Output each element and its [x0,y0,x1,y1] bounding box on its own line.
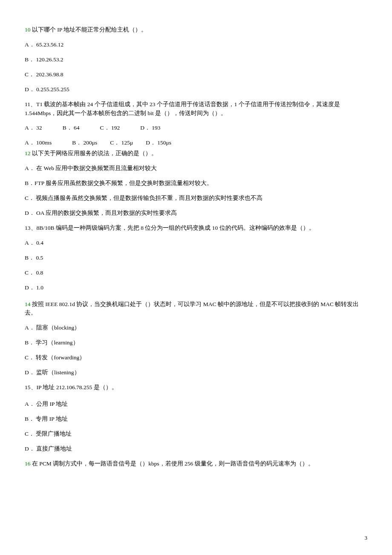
q14-opt-d: D． 监听（listening） [25,368,367,377]
q11-r2-c: C． 125μ [110,139,133,147]
q12-opt-d: D． OA 应用的数据交换频繁，而且对数据的实时性要求高 [25,209,367,218]
q11-r2-d: D． 150μs [146,139,171,147]
q13-opt-b: B． 0.5 [25,254,367,263]
q16-text: 在 PCM 调制方式中，每一路语音信号是（）kbps，若使用 256 级量化，则… [31,460,314,467]
q10-opt-c: C． 202.36.98.8 [25,70,367,79]
q11-r1-b: B． 64 [63,124,80,133]
q11-row2: A． 100msB． 200μsC． 125μD． 150μs [25,139,367,147]
q10-opt-b: B． 120.26.53.2 [25,55,367,64]
q10-opt-d: D． 0.255.255.255 [25,85,367,94]
q12-text: 以下关于网络应用服务的说法，正确的是（）。 [31,150,157,156]
q11-r2-b: B． 200μs [72,139,97,147]
q12-num: 12 [25,150,31,156]
q11-r1-d: D． 193 [140,124,160,133]
q13-opt-d: D． 1.0 [25,283,367,292]
q14-num: 14 [25,301,31,307]
q15-opt-d: D． 直接广播地址 [25,445,367,454]
q14-text: 按照 IEEE 802.1d 协议，当交换机端口处于（）状态时，可以学习 MAC… [25,301,359,316]
q13-opt-a: A． 0.4 [25,239,367,248]
q12-opt-a: A． 在 Web 应用中数据交换频繁而且流量相对较大 [25,164,367,173]
q13-opt-c: C． 0.8 [25,269,367,278]
q11-r1-c: C． 192 [100,124,120,133]
q16-stem: 16 在 PCM 调制方式中，每一路语音信号是（）kbps，若使用 256 级量… [25,460,367,468]
q15-stem: 15、IP 地址 212.106.78.255 是（）。 [25,383,367,392]
q13-stem: 13、8B/10B 编码是一种两级编码方案，先把 8 位分为一组的代码变换成 1… [25,224,367,233]
q10-text: 以下哪个 IP 地址不能正常分配给主机（）。 [31,26,147,33]
q11-row1: A． 32B． 64C． 192D． 193 [25,124,367,133]
q16-num: 16 [25,460,31,467]
q15-opt-b: B． 专用 IP 地址 [25,415,367,424]
q10-stem: 10 以下哪个 IP 地址不能正常分配给主机（）。 [25,26,367,35]
q14-opt-a: A． 阻塞（blocking） [25,324,367,332]
q11-r2-a: A． 100ms [25,139,52,147]
q10-opt-a: A． 65.23.56.12 [25,40,367,49]
q10-num: 10 [25,26,31,33]
q14-opt-c: C． 转发（forwarding） [25,353,367,362]
q14-opt-b: B． 学习（learning） [25,338,367,347]
q15-opt-a: A． 公用 IP 地址 [25,400,367,409]
q15-opt-c: C． 受限广播地址 [25,430,367,439]
page-number: 3 [365,534,368,542]
q11-line1: 11、T1 载波的基本帧由 24 个子信道组成，其中 23 个子信道用于传送话音… [25,100,367,109]
q12-opt-b: B．FTP 服务应用虽然数据交换不频繁，但是交换时数据流量相对较大。 [25,179,367,188]
q11-line2: 1.544Mbps，因此其一个基本帧所包含的二进制 bit 是（），传送时间为（… [25,109,367,118]
q14-stem: 14 按照 IEEE 802.1d 协议，当交换机端口处于（）状态时，可以学习 … [25,300,367,318]
q11-r1-a: A． 32 [25,124,42,133]
q12-opt-c: C． 视频点播服务虽然交换频繁，但是数据传输负担不重，而且对数据的实时性要求也不… [25,194,367,203]
q12-stem: 12 以下关于网络应用服务的说法，正确的是（）。 [25,149,367,158]
